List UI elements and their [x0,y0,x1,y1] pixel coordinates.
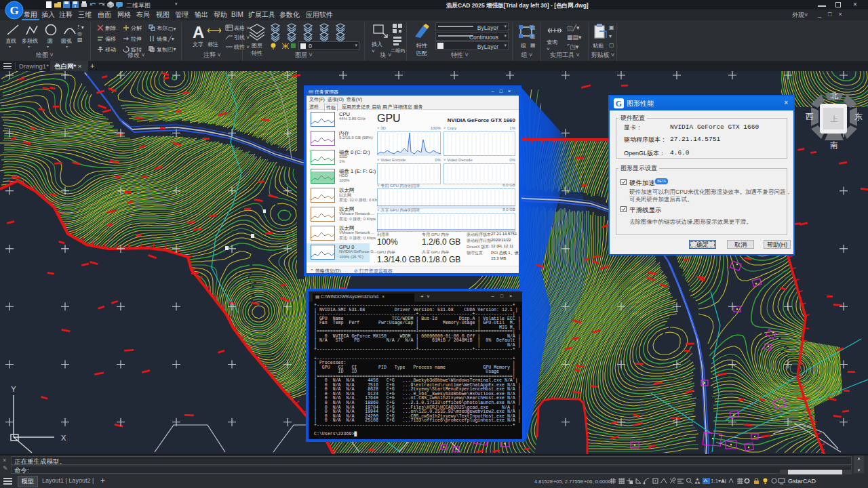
svg-text:南: 南 [830,140,838,149]
svg-text:X: X [61,434,66,442]
svg-text:G: G [9,4,18,17]
svg-text:北: 北 [830,91,838,100]
svg-text:Y: Y [11,385,16,393]
svg-text:G: G [616,99,622,108]
svg-text:东: 东 [854,112,863,121]
svg-text:上: 上 [831,115,838,123]
svg-text:西: 西 [806,112,814,121]
